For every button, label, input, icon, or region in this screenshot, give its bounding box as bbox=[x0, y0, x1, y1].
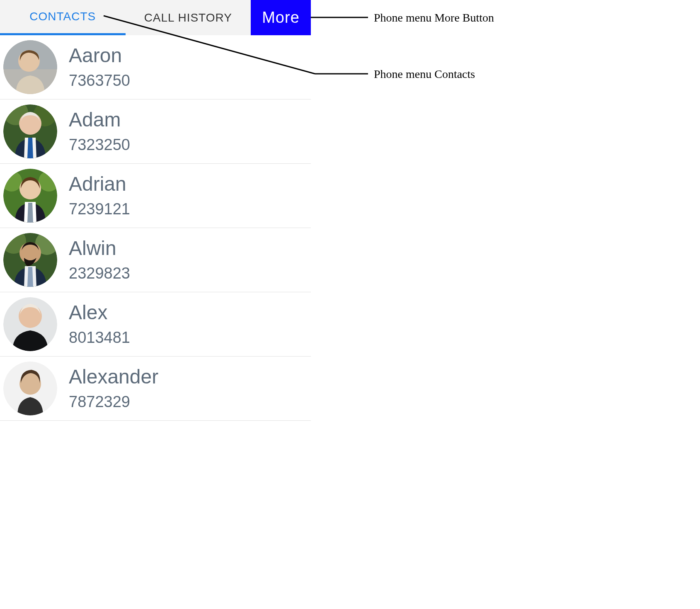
contacts-list: Aaron 7363750 bbox=[0, 35, 311, 421]
avatar bbox=[3, 40, 57, 94]
contact-row[interactable]: Alwin 2329823 bbox=[0, 228, 311, 292]
contact-info: Alexander 7872329 bbox=[69, 366, 158, 411]
tab-bar: CONTACTS CALL HISTORY More bbox=[0, 0, 311, 35]
contact-name: Adam bbox=[69, 109, 130, 131]
contact-info: Alwin 2329823 bbox=[69, 238, 130, 282]
contact-row[interactable]: Adam 7323250 bbox=[0, 99, 311, 164]
contact-row[interactable]: Alex 8013481 bbox=[0, 292, 311, 357]
contact-number: 7239121 bbox=[69, 200, 130, 218]
contact-row[interactable]: Adrian 7239121 bbox=[0, 164, 311, 228]
contact-info: Adam 7323250 bbox=[69, 109, 130, 154]
contact-number: 7872329 bbox=[69, 393, 158, 411]
contact-number: 7323250 bbox=[69, 136, 130, 154]
contact-name: Alexander bbox=[69, 366, 158, 388]
contact-name: Aaron bbox=[69, 45, 130, 67]
avatar bbox=[3, 233, 57, 287]
contact-info: Alex 8013481 bbox=[69, 302, 130, 347]
contact-row[interactable]: Alexander 7872329 bbox=[0, 357, 311, 421]
contact-name: Alex bbox=[69, 302, 130, 324]
contact-name: Alwin bbox=[69, 238, 130, 260]
annotation-contacts: Phone menu Contacts bbox=[374, 68, 475, 81]
contact-info: Adrian 7239121 bbox=[69, 173, 130, 218]
tab-more-button[interactable]: More bbox=[251, 0, 311, 35]
avatar bbox=[3, 362, 57, 415]
svg-point-8 bbox=[19, 112, 41, 135]
contact-number: 7363750 bbox=[69, 72, 130, 90]
contact-number: 8013481 bbox=[69, 329, 130, 347]
avatar bbox=[3, 104, 57, 158]
contact-name: Adrian bbox=[69, 173, 130, 195]
tab-call-history[interactable]: CALL HISTORY bbox=[126, 0, 251, 35]
annotation-more-button: Phone menu More Button bbox=[374, 11, 494, 24]
avatar bbox=[3, 297, 57, 351]
contact-number: 2329823 bbox=[69, 264, 130, 282]
avatar bbox=[3, 169, 57, 223]
contact-row[interactable]: Aaron 7363750 bbox=[0, 35, 311, 99]
contact-info: Aaron 7363750 bbox=[69, 45, 130, 90]
svg-point-21 bbox=[19, 305, 42, 328]
phone-ui: CONTACTS CALL HISTORY More Aaron bbox=[0, 0, 311, 421]
tab-contacts[interactable]: CONTACTS bbox=[0, 0, 126, 35]
